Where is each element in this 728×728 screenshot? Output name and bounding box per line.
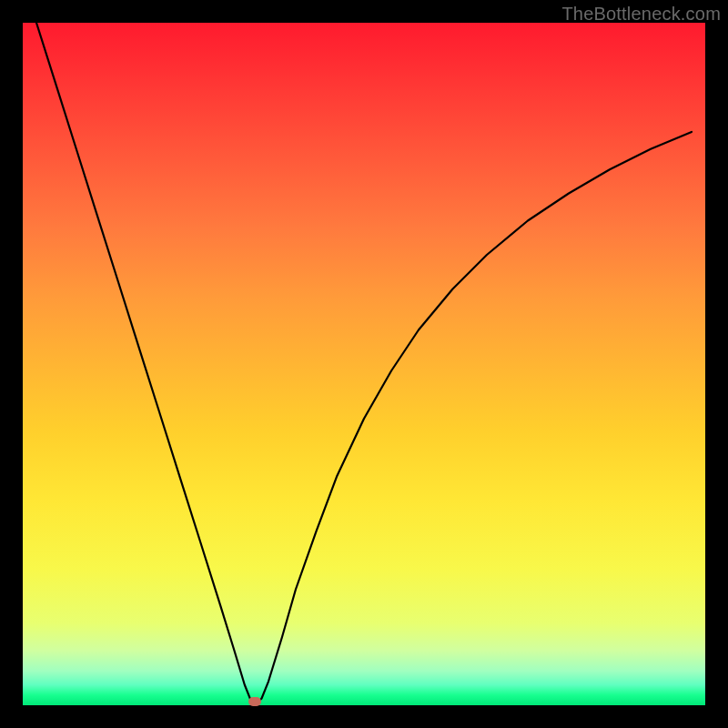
watermark-text: TheBottleneck.com <box>561 4 721 25</box>
optimal-point-marker <box>248 697 261 706</box>
chart-frame: TheBottleneck.com <box>0 0 728 728</box>
plot-background <box>23 23 705 705</box>
